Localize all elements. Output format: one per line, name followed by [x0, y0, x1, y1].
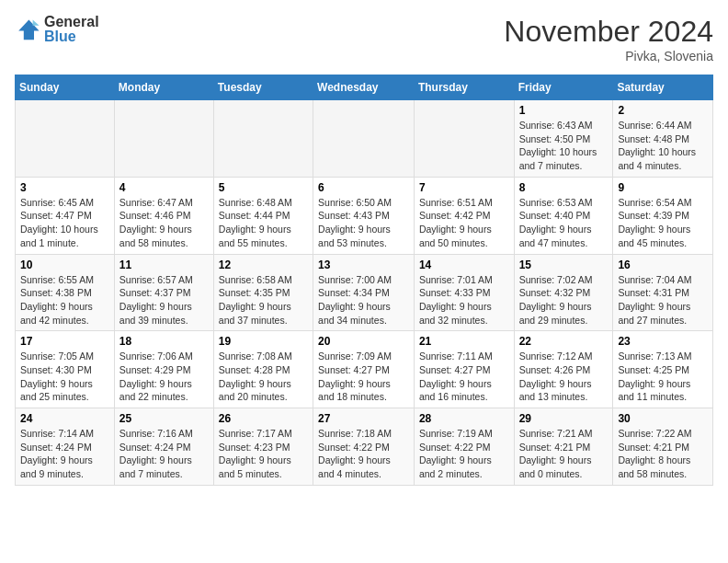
calendar-cell: 23Sunrise: 7:13 AM Sunset: 4:25 PM Dayli… — [613, 331, 713, 408]
day-info: Sunrise: 7:00 AM Sunset: 4:34 PM Dayligh… — [318, 273, 409, 327]
day-number: 8 — [519, 181, 609, 194]
day-info: Sunrise: 7:13 AM Sunset: 4:25 PM Dayligh… — [618, 350, 708, 404]
calendar-header: SundayMondayTuesdayWednesdayThursdayFrid… — [16, 75, 713, 100]
day-number: 25 — [119, 412, 209, 425]
calendar-cell: 17Sunrise: 7:05 AM Sunset: 4:30 PM Dayli… — [16, 331, 115, 408]
day-number: 24 — [20, 412, 109, 425]
day-number: 13 — [318, 259, 409, 271]
day-number: 9 — [618, 181, 708, 194]
calendar-cell: 19Sunrise: 7:08 AM Sunset: 4:28 PM Dayli… — [213, 331, 313, 408]
day-number: 10 — [20, 259, 109, 271]
calendar-cell: 13Sunrise: 7:00 AM Sunset: 4:34 PM Dayli… — [313, 254, 415, 331]
calendar-cell: 16Sunrise: 7:04 AM Sunset: 4:31 PM Dayli… — [613, 254, 713, 331]
day-number: 6 — [318, 181, 409, 194]
calendar-cell — [313, 100, 415, 178]
calendar-cell: 25Sunrise: 7:16 AM Sunset: 4:24 PM Dayli… — [114, 408, 213, 486]
day-of-week-header: Monday — [114, 75, 213, 100]
day-number: 28 — [419, 412, 509, 425]
calendar-cell: 9Sunrise: 6:54 AM Sunset: 4:39 PM Daylig… — [613, 177, 713, 254]
day-number: 7 — [419, 181, 509, 194]
day-info: Sunrise: 7:02 AM Sunset: 4:32 PM Dayligh… — [519, 273, 609, 327]
calendar-cell: 27Sunrise: 7:18 AM Sunset: 4:22 PM Dayli… — [313, 408, 415, 486]
month-title: November 2024 — [504, 15, 713, 49]
calendar-cell — [114, 100, 213, 178]
calendar-week-row: 10Sunrise: 6:55 AM Sunset: 4:38 PM Dayli… — [16, 254, 713, 331]
day-number: 19 — [219, 335, 308, 348]
calendar-cell: 3Sunrise: 6:45 AM Sunset: 4:47 PM Daylig… — [16, 177, 115, 254]
day-info: Sunrise: 7:22 AM Sunset: 4:21 PM Dayligh… — [618, 427, 708, 481]
calendar-week-row: 17Sunrise: 7:05 AM Sunset: 4:30 PM Dayli… — [16, 331, 713, 408]
day-info: Sunrise: 7:21 AM Sunset: 4:21 PM Dayligh… — [519, 427, 609, 481]
day-number: 17 — [20, 335, 109, 348]
calendar-cell: 14Sunrise: 7:01 AM Sunset: 4:33 PM Dayli… — [414, 254, 514, 331]
calendar-cell: 5Sunrise: 6:48 AM Sunset: 4:44 PM Daylig… — [213, 177, 313, 254]
day-of-week-header: Tuesday — [213, 75, 313, 100]
day-info: Sunrise: 7:12 AM Sunset: 4:26 PM Dayligh… — [519, 350, 609, 404]
calendar-cell: 10Sunrise: 6:55 AM Sunset: 4:38 PM Dayli… — [16, 254, 115, 331]
calendar-week-row: 3Sunrise: 6:45 AM Sunset: 4:47 PM Daylig… — [16, 177, 713, 254]
day-info: Sunrise: 7:04 AM Sunset: 4:31 PM Dayligh… — [618, 273, 708, 327]
day-number: 22 — [519, 335, 609, 348]
day-info: Sunrise: 6:48 AM Sunset: 4:44 PM Dayligh… — [219, 196, 308, 250]
calendar-cell: 26Sunrise: 7:17 AM Sunset: 4:23 PM Dayli… — [213, 408, 313, 486]
day-number: 29 — [519, 412, 609, 425]
day-of-week-header: Saturday — [613, 75, 713, 100]
calendar-cell — [213, 100, 313, 178]
day-of-week-header: Thursday — [414, 75, 514, 100]
calendar-cell — [16, 100, 115, 178]
calendar-cell: 4Sunrise: 6:47 AM Sunset: 4:46 PM Daylig… — [114, 177, 213, 254]
day-info: Sunrise: 7:05 AM Sunset: 4:30 PM Dayligh… — [20, 350, 109, 404]
day-info: Sunrise: 6:45 AM Sunset: 4:47 PM Dayligh… — [20, 196, 109, 250]
day-info: Sunrise: 7:18 AM Sunset: 4:22 PM Dayligh… — [318, 427, 409, 481]
day-info: Sunrise: 7:14 AM Sunset: 4:24 PM Dayligh… — [20, 427, 109, 481]
day-info: Sunrise: 7:06 AM Sunset: 4:29 PM Dayligh… — [119, 350, 209, 404]
day-info: Sunrise: 6:58 AM Sunset: 4:35 PM Dayligh… — [219, 273, 308, 327]
calendar-cell: 1Sunrise: 6:43 AM Sunset: 4:50 PM Daylig… — [514, 100, 613, 178]
day-of-week-header: Wednesday — [313, 75, 415, 100]
calendar-cell: 11Sunrise: 6:57 AM Sunset: 4:37 PM Dayli… — [114, 254, 213, 331]
day-info: Sunrise: 6:50 AM Sunset: 4:43 PM Dayligh… — [318, 196, 409, 250]
calendar-cell: 12Sunrise: 6:58 AM Sunset: 4:35 PM Dayli… — [213, 254, 313, 331]
day-info: Sunrise: 6:47 AM Sunset: 4:46 PM Dayligh… — [119, 196, 209, 250]
day-number: 16 — [618, 259, 708, 271]
day-number: 23 — [618, 335, 708, 348]
day-info: Sunrise: 7:11 AM Sunset: 4:27 PM Dayligh… — [419, 350, 509, 404]
day-number: 2 — [618, 104, 708, 117]
calendar-cell: 18Sunrise: 7:06 AM Sunset: 4:29 PM Dayli… — [114, 331, 213, 408]
calendar-cell: 22Sunrise: 7:12 AM Sunset: 4:26 PM Dayli… — [514, 331, 613, 408]
day-number: 11 — [119, 259, 209, 271]
calendar-cell: 24Sunrise: 7:14 AM Sunset: 4:24 PM Dayli… — [16, 408, 115, 486]
calendar-cell: 8Sunrise: 6:53 AM Sunset: 4:40 PM Daylig… — [514, 177, 613, 254]
calendar-cell: 30Sunrise: 7:22 AM Sunset: 4:21 PM Dayli… — [613, 408, 713, 486]
day-number: 4 — [119, 181, 209, 194]
day-number: 30 — [618, 412, 708, 425]
day-number: 18 — [119, 335, 209, 348]
day-info: Sunrise: 7:08 AM Sunset: 4:28 PM Dayligh… — [219, 350, 308, 404]
day-number: 26 — [219, 412, 308, 425]
day-number: 1 — [519, 104, 609, 117]
calendar-week-row: 1Sunrise: 6:43 AM Sunset: 4:50 PM Daylig… — [16, 100, 713, 178]
calendar-cell: 28Sunrise: 7:19 AM Sunset: 4:22 PM Dayli… — [414, 408, 514, 486]
day-number: 12 — [219, 259, 308, 271]
calendar-cell: 15Sunrise: 7:02 AM Sunset: 4:32 PM Dayli… — [514, 254, 613, 331]
day-of-week-header: Sunday — [16, 75, 115, 100]
day-info: Sunrise: 7:09 AM Sunset: 4:27 PM Dayligh… — [318, 350, 409, 404]
calendar-cell: 2Sunrise: 6:44 AM Sunset: 4:48 PM Daylig… — [613, 100, 713, 178]
day-of-week-header: Friday — [514, 75, 613, 100]
day-info: Sunrise: 6:53 AM Sunset: 4:40 PM Dayligh… — [519, 196, 609, 250]
logo-general: General — [44, 14, 99, 29]
day-info: Sunrise: 7:16 AM Sunset: 4:24 PM Dayligh… — [119, 427, 209, 481]
calendar-cell: 7Sunrise: 6:51 AM Sunset: 4:42 PM Daylig… — [414, 177, 514, 254]
day-info: Sunrise: 6:55 AM Sunset: 4:38 PM Dayligh… — [20, 273, 109, 327]
day-number: 5 — [219, 181, 308, 194]
day-info: Sunrise: 6:43 AM Sunset: 4:50 PM Dayligh… — [519, 119, 609, 173]
day-info: Sunrise: 6:51 AM Sunset: 4:42 PM Dayligh… — [419, 196, 509, 250]
page-header: General Blue November 2024 Pivka, Sloven… — [15, 15, 713, 63]
calendar-table: SundayMondayTuesdayWednesdayThursdayFrid… — [15, 75, 713, 486]
calendar-cell — [414, 100, 514, 178]
day-info: Sunrise: 7:19 AM Sunset: 4:22 PM Dayligh… — [419, 427, 509, 481]
calendar-cell: 6Sunrise: 6:50 AM Sunset: 4:43 PM Daylig… — [313, 177, 415, 254]
logo-blue: Blue — [44, 29, 76, 44]
svg-marker-0 — [18, 20, 39, 40]
calendar-cell: 20Sunrise: 7:09 AM Sunset: 4:27 PM Dayli… — [313, 331, 415, 408]
